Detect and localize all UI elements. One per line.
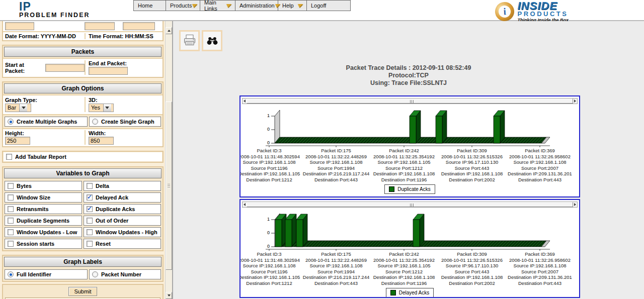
variable-option-delta[interactable]: Delta xyxy=(84,181,161,191)
variable-option-window-updates-high[interactable]: Window Updates - High xyxy=(84,227,161,237)
chart-scrollbar-thumb[interactable] xyxy=(247,202,573,207)
checkbox-icon[interactable] xyxy=(8,206,14,212)
menu-tab-help[interactable]: Help xyxy=(278,0,307,11)
three-d-label: 3D: xyxy=(89,97,114,103)
graph-labels-section: Graph Labels Full Identifier Packet Numb… xyxy=(2,255,164,282)
menu-tab-main-links[interactable]: Main Links xyxy=(200,0,235,11)
brand-name-bottom: PRODUCTS xyxy=(517,11,568,18)
submit-button[interactable]: Submit xyxy=(68,287,97,296)
legend-swatch-icon xyxy=(389,186,394,192)
scroll-left-arrow-icon[interactable] xyxy=(244,203,246,206)
variable-option-delayed-ack[interactable]: Delayed Ack xyxy=(84,192,161,203)
variable-option-out-of-order[interactable]: Out of Order xyxy=(84,216,161,226)
time-format-label: Time Format: HH:MM:SS xyxy=(85,33,153,39)
height-input[interactable] xyxy=(5,137,30,145)
submit-section: Submit Zooming: You may zoom to a select… xyxy=(2,284,164,299)
checkbox-icon[interactable] xyxy=(87,206,93,212)
menu-tab-products[interactable]: Products xyxy=(166,0,200,11)
checkbox-icon[interactable] xyxy=(8,194,14,201)
date-format-label: Date Format: YYYY-MM-DD xyxy=(3,33,85,39)
radio-icon[interactable] xyxy=(92,119,98,125)
start-packet-label: Start at Packet: xyxy=(5,62,43,74)
scrollbar-thumb[interactable] xyxy=(166,102,172,270)
x-axis-labels: Packet ID:32008-10-01 11:31:48.302594Sou… xyxy=(240,148,579,183)
graph-type-select[interactable]: Bar xyxy=(5,104,31,112)
dropdown-button[interactable] xyxy=(19,104,27,112)
end-packet-input[interactable] xyxy=(89,67,128,75)
report-pane: Packet Trace Details : 2012-09-11 08:52:… xyxy=(173,21,644,299)
checkbox-icon[interactable] xyxy=(8,229,14,235)
svg-text:0: 0 xyxy=(267,244,270,249)
packet-number-option[interactable]: Packet Number xyxy=(89,269,161,279)
time-field-2[interactable] xyxy=(85,22,115,30)
sidebar-scrollbar[interactable] xyxy=(165,21,172,299)
chart-scrollbar[interactable] xyxy=(242,98,578,104)
times-section: Date Format: YYYY-MM-DD Time Format: HH:… xyxy=(2,21,164,41)
create-multiple-graphs-option[interactable]: Create Multiple Graphs xyxy=(5,117,88,127)
graph-labels-header: Graph Labels xyxy=(4,257,162,267)
start-packet-input[interactable] xyxy=(45,64,85,72)
time-field-3[interactable] xyxy=(123,22,155,30)
checkbox-icon[interactable] xyxy=(87,183,93,189)
brand-name-top: INSIDE xyxy=(517,1,557,11)
variables-header: Variables to Graph xyxy=(4,168,162,178)
packets-section-header: Packets xyxy=(4,47,162,57)
chart-scrollbar[interactable] xyxy=(242,202,578,208)
chart-legend: Duplicate Acks xyxy=(384,184,435,194)
bar-chart-plot[interactable]: 100 xyxy=(240,209,578,251)
variable-option-reset[interactable]: Reset xyxy=(84,239,161,249)
chart-panel-delayed-acks: 100Packet ID:32008-10-01 11:31:48.302594… xyxy=(239,199,580,298)
full-identifier-option[interactable]: Full Identifier xyxy=(5,269,88,279)
create-single-graph-option[interactable]: Create Single Graph xyxy=(89,117,161,127)
chart-scrollbar-thumb[interactable] xyxy=(247,98,573,104)
page-header: IP PROBLEM FINDER HomeProductsMain Links… xyxy=(0,0,644,21)
variable-option-window-size[interactable]: Window Size xyxy=(5,192,82,203)
report-title-line3: Using: Trace File:SSLNTJ xyxy=(173,79,644,87)
checkbox-icon[interactable] xyxy=(6,154,12,160)
svg-text:0: 0 xyxy=(267,127,270,132)
dropdown-arrow-icon[interactable] xyxy=(297,4,303,8)
packet-label: Packet ID:3692008-10-01 11:32:26.958602S… xyxy=(500,148,580,182)
dropdown-arrow-icon[interactable] xyxy=(192,4,198,8)
checkbox-icon[interactable] xyxy=(87,194,93,201)
checkbox-icon[interactable] xyxy=(87,241,93,247)
three-d-select[interactable]: Yes xyxy=(89,104,114,112)
graph-options-section: Graph Options Graph Type: Bar 3D: xyxy=(2,81,164,147)
inside-products-ring-icon: i xyxy=(494,0,516,23)
variable-option-duplicate-segments[interactable]: Duplicate Segments xyxy=(5,216,82,226)
scroll-up-button[interactable] xyxy=(166,27,172,34)
radio-icon[interactable] xyxy=(8,271,14,277)
dropdown-arrow-icon[interactable] xyxy=(274,4,280,8)
checkbox-icon[interactable] xyxy=(8,218,14,224)
time-field-1[interactable] xyxy=(5,22,34,30)
inside-products-logo: i INSIDE PRODUCTS Thinking Inside the Bo… xyxy=(495,1,569,23)
menu-tab-administration[interactable]: Administration xyxy=(235,0,278,11)
checkbox-icon[interactable] xyxy=(87,218,93,224)
variable-option-bytes[interactable]: Bytes xyxy=(5,181,82,191)
add-tabular-report-option[interactable]: Add Tabular Report xyxy=(4,152,162,161)
variable-option-retransmits[interactable]: Retransmits xyxy=(5,204,82,214)
svg-text:1: 1 xyxy=(267,113,270,118)
variables-section: Variables to Graph BytesDeltaWindow Size… xyxy=(2,166,164,251)
menu-tab-home[interactable]: Home xyxy=(133,0,166,11)
scroll-right-arrow-icon[interactable] xyxy=(574,99,576,103)
legend-swatch-icon xyxy=(390,290,396,295)
dropdown-button[interactable] xyxy=(103,104,111,112)
radio-icon[interactable] xyxy=(8,119,14,125)
variable-option-session-starts[interactable]: Session starts xyxy=(5,239,82,249)
bar-chart-plot[interactable]: 100 xyxy=(240,105,578,147)
print-button[interactable] xyxy=(179,30,200,51)
variable-option-duplicate-acks[interactable]: Duplicate Acks xyxy=(84,204,161,214)
width-input[interactable] xyxy=(89,137,114,145)
find-button[interactable] xyxy=(202,30,222,51)
variable-option-window-updates-low[interactable]: Window Updates - Low xyxy=(5,227,82,237)
checkbox-icon[interactable] xyxy=(8,241,14,247)
radio-icon[interactable] xyxy=(92,271,98,277)
checkbox-icon[interactable] xyxy=(87,229,93,235)
scroll-right-arrow-icon[interactable] xyxy=(574,203,576,206)
menu-tab-logoff[interactable]: Logoff xyxy=(307,0,351,11)
checkbox-icon[interactable] xyxy=(8,183,14,189)
scroll-left-arrow-icon[interactable] xyxy=(244,99,246,103)
dropdown-arrow-icon[interactable] xyxy=(225,4,231,8)
scroll-down-button[interactable] xyxy=(166,292,172,299)
